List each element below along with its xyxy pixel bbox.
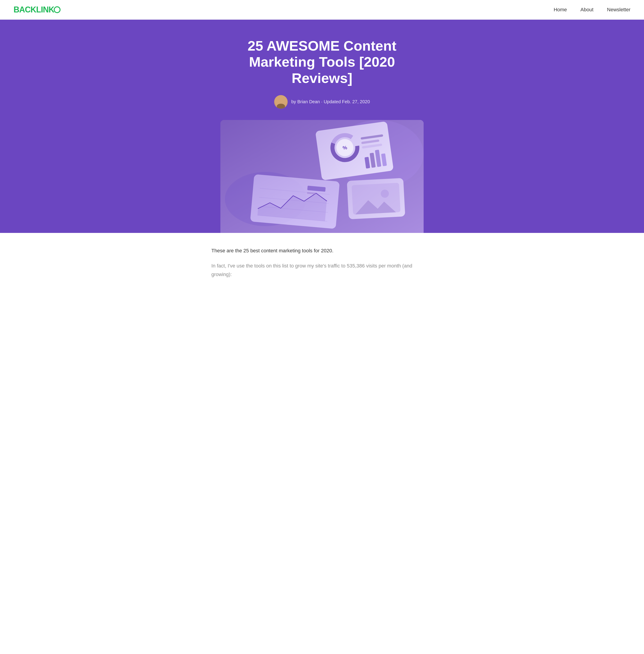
- second-paragraph: In fact, I've use the tools on this list…: [211, 262, 433, 278]
- updated-date: Updated Feb. 27, 2020: [324, 99, 370, 104]
- separator: ·: [321, 99, 322, 104]
- hero-image-wrapper: %: [221, 120, 423, 233]
- hero-illustration: %: [221, 120, 423, 233]
- avatar: [274, 95, 288, 109]
- svg-text:%: %: [342, 144, 347, 151]
- navbar: BACKLINK Home About Newsletter: [0, 0, 644, 20]
- author-text: by Brian Dean · Updated Feb. 27, 2020: [291, 99, 370, 104]
- author-name: by Brian Dean: [291, 99, 320, 104]
- logo-o: [54, 6, 61, 13]
- nav-links: Home About Newsletter: [554, 7, 630, 13]
- content-area: These are the 25 best content marketing …: [198, 233, 446, 292]
- intro-paragraph: These are the 25 best content marketing …: [211, 246, 433, 255]
- site-logo[interactable]: BACKLINK: [14, 5, 61, 15]
- page-title: 25 AWESOME Content Marketing Tools [2020…: [221, 38, 423, 86]
- nav-link-home[interactable]: Home: [554, 7, 567, 13]
- nav-link-about[interactable]: About: [580, 7, 594, 13]
- svg-rect-3: [315, 121, 394, 180]
- nav-item-newsletter: Newsletter: [607, 7, 630, 13]
- author-line: by Brian Dean · Updated Feb. 27, 2020: [14, 95, 630, 109]
- hero-image: %: [221, 120, 423, 233]
- nav-item-home: Home: [554, 7, 567, 13]
- nav-link-newsletter[interactable]: Newsletter: [607, 7, 630, 13]
- logo-text: BACKLINK: [14, 5, 54, 14]
- nav-item-about: About: [580, 7, 594, 13]
- hero-section: 25 AWESOME Content Marketing Tools [2020…: [0, 20, 644, 233]
